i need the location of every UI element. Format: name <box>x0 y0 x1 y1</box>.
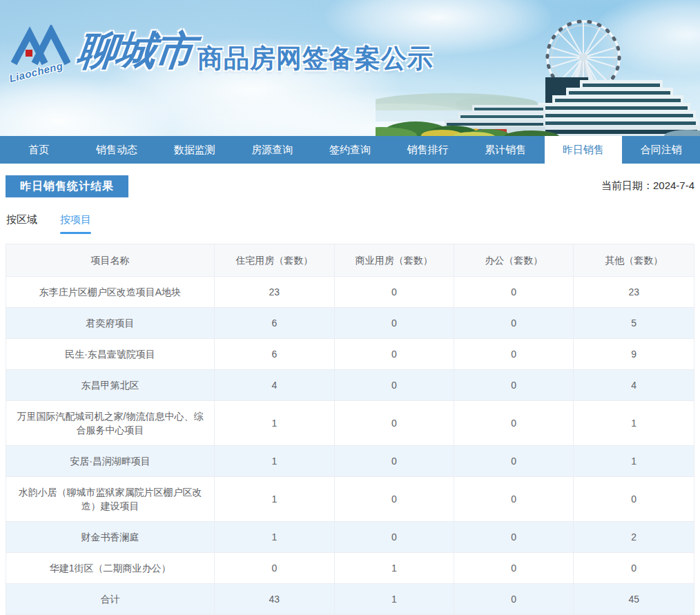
table-header: 项目名称住宅用房（套数）商业用房（套数）办公（套数）其他（套数） <box>6 244 694 277</box>
project-name-cell: 安居·昌润湖畔项目 <box>6 446 215 477</box>
count-cell: 4 <box>574 370 694 401</box>
count-cell: 45 <box>574 584 694 615</box>
count-cell: 0 <box>334 522 454 553</box>
column-header-4: 办公（套数） <box>454 244 574 277</box>
tab-1[interactable]: 按区域 <box>6 213 37 234</box>
nav-item-5[interactable]: 签约查询 <box>311 136 389 164</box>
table-row: 东昌甲第北区4004 <box>6 370 694 401</box>
nav-item-4[interactable]: 房源查询 <box>233 136 311 164</box>
count-cell: 0 <box>574 553 694 584</box>
current-date-label: 当前日期： <box>601 179 653 191</box>
table-body: 东李庄片区棚户区改造项目A地块230023君奕府项目6005民生·东昌壹號院项目… <box>6 277 694 615</box>
project-name-cell: 合计 <box>6 584 215 615</box>
count-cell: 1 <box>334 584 454 615</box>
column-header-2: 住宅用房（套数） <box>215 244 334 277</box>
tab-2[interactable]: 按项目 <box>60 213 91 234</box>
table-row: 水韵小居（聊城市监狱家属院片区棚户区改造）建设项目1000 <box>6 477 694 522</box>
count-cell: 0 <box>334 308 454 339</box>
count-cell: 0 <box>454 446 574 477</box>
project-name-cell: 君奕府项目 <box>6 308 215 339</box>
stepped-building <box>438 77 700 136</box>
table-row: 民生·东昌壹號院项目6009 <box>6 339 694 370</box>
current-date-value: 2024-7-4 <box>653 179 694 191</box>
count-cell: 0 <box>454 522 574 553</box>
count-cell: 0 <box>454 584 574 615</box>
count-cell: 1 <box>215 477 334 522</box>
project-name-cell: 东昌甲第北区 <box>6 370 215 401</box>
count-cell: 23 <box>215 277 334 308</box>
tab-label: 按区域 <box>6 213 37 225</box>
nav-item-1[interactable]: 首页 <box>0 136 78 164</box>
column-header-5: 其他（套数） <box>574 244 694 277</box>
count-cell: 1 <box>215 522 334 553</box>
count-cell: 0 <box>454 401 574 446</box>
count-cell: 6 <box>215 339 334 370</box>
count-cell: 0 <box>334 277 454 308</box>
project-name-cell: 水韵小居（聊城市监狱家属院片区棚户区改造）建设项目 <box>6 477 215 522</box>
count-cell: 0 <box>334 477 454 522</box>
count-cell: 6 <box>215 308 334 339</box>
table-row: 东李庄片区棚户区改造项目A地块230023 <box>6 277 694 308</box>
site-brand: Liaocheng 聊城市 商品房网签备案公示 <box>11 25 434 84</box>
project-name-cell: 民生·东昌壹號院项目 <box>6 339 215 370</box>
count-cell: 0 <box>454 277 574 308</box>
count-cell: 0 <box>454 339 574 370</box>
nav-item-7[interactable]: 累计销售 <box>467 136 545 164</box>
page-title: 昨日销售统计结果 <box>6 175 128 197</box>
count-cell: 1 <box>574 401 694 446</box>
table-row: 万里国际汽配城司机之家/物流信息中心、综合服务中心项目1001 <box>6 401 694 446</box>
nav-item-6[interactable]: 销售排行 <box>389 136 467 164</box>
tab-label: 按项目 <box>60 213 91 225</box>
project-name-cell: 华建1街区（二期商业办公） <box>6 553 215 584</box>
project-name-cell: 财金书香澜庭 <box>6 522 215 553</box>
count-cell: 23 <box>574 277 694 308</box>
count-cell: 0 <box>454 370 574 401</box>
count-cell: 2 <box>574 522 694 553</box>
liaocheng-logo-icon: Liaocheng <box>11 25 70 84</box>
count-cell: 1 <box>334 553 454 584</box>
table-row: 财金书香澜庭1002 <box>6 522 694 553</box>
count-cell: 5 <box>574 308 694 339</box>
tab-active-underline <box>6 232 37 234</box>
site-header-banner: Liaocheng 聊城市 商品房网签备案公示 <box>0 0 700 136</box>
table-header-row: 项目名称住宅用房（套数）商业用房（套数）办公（套数）其他（套数） <box>6 244 694 277</box>
site-subtitle: 商品房网签备案公示 <box>197 41 434 76</box>
column-header-3: 商业用房（套数） <box>334 244 454 277</box>
count-cell: 0 <box>454 308 574 339</box>
count-cell: 0 <box>334 370 454 401</box>
current-date: 当前日期：2024-7-4 <box>601 179 694 193</box>
nav-item-9[interactable]: 合同注销 <box>622 136 700 164</box>
count-cell: 0 <box>334 401 454 446</box>
table-row: 华建1街区（二期商业办公）0100 <box>6 553 694 584</box>
site-name: 聊城市 <box>75 28 196 73</box>
count-cell: 43 <box>215 584 334 615</box>
table-row-total: 合计431045 <box>6 584 694 615</box>
project-name-cell: 东李庄片区棚户区改造项目A地块 <box>6 277 215 308</box>
column-header-1: 项目名称 <box>6 244 215 277</box>
count-cell: 1 <box>215 446 334 477</box>
count-cell: 0 <box>454 553 574 584</box>
project-name-cell: 万里国际汽配城司机之家/物流信息中心、综合服务中心项目 <box>6 401 215 446</box>
page-head: 昨日销售统计结果 当前日期：2024-7-4 <box>6 175 694 197</box>
count-cell: 4 <box>215 370 334 401</box>
cloud-decoration <box>0 76 173 136</box>
nav-item-8[interactable]: 昨日销售 <box>545 136 623 164</box>
count-cell: 1 <box>215 401 334 446</box>
count-cell: 9 <box>574 339 694 370</box>
nav-item-3[interactable]: 数据监测 <box>155 136 233 164</box>
count-cell: 0 <box>454 477 574 522</box>
nav-item-2[interactable]: 销售动态 <box>78 136 156 164</box>
count-cell: 0 <box>215 553 334 584</box>
main-nav: 首页销售动态数据监测房源查询签约查询销售排行累计销售昨日销售合同注销 <box>0 136 700 164</box>
tab-active-underline <box>60 232 91 234</box>
table-row: 安居·昌润湖畔项目1001 <box>6 446 694 477</box>
main-content: 昨日销售统计结果 当前日期：2024-7-4 按区域按项目 项目名称住宅用房（套… <box>0 175 700 615</box>
view-tabs: 按区域按项目 <box>6 213 694 234</box>
table-row: 君奕府项目6005 <box>6 308 694 339</box>
count-cell: 0 <box>574 477 694 522</box>
count-cell: 1 <box>574 446 694 477</box>
sales-stats-table: 项目名称住宅用房（套数）商业用房（套数）办公（套数）其他（套数） 东李庄片区棚户… <box>6 244 694 615</box>
count-cell: 0 <box>334 339 454 370</box>
count-cell: 0 <box>334 446 454 477</box>
